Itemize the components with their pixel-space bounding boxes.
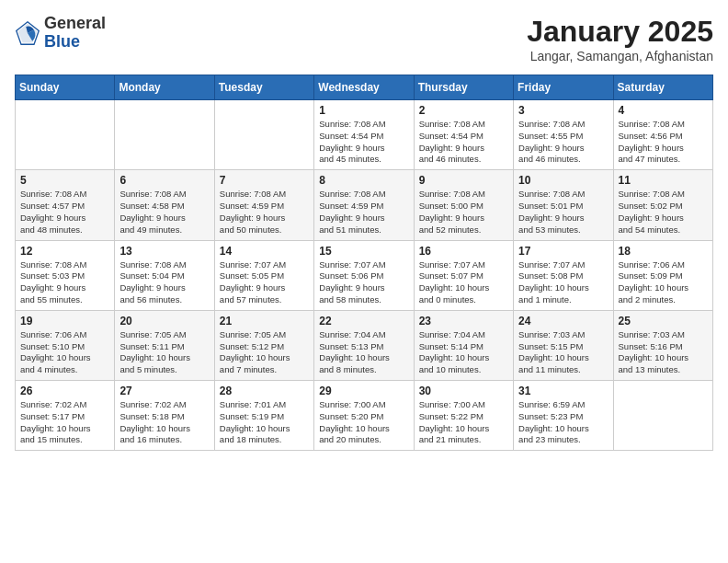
- day-info: Sunrise: 7:07 AM Sunset: 5:08 PM Dayligh…: [518, 259, 608, 306]
- calendar-cell: 20Sunrise: 7:05 AM Sunset: 5:11 PM Dayli…: [115, 310, 214, 380]
- calendar-week-row: 5Sunrise: 7:08 AM Sunset: 4:57 PM Daylig…: [16, 170, 713, 240]
- day-info: Sunrise: 7:08 AM Sunset: 4:54 PM Dayligh…: [419, 119, 508, 166]
- calendar-cell: 2Sunrise: 7:08 AM Sunset: 4:54 PM Daylig…: [414, 100, 513, 170]
- day-number: 29: [319, 385, 408, 397]
- calendar-cell: 21Sunrise: 7:05 AM Sunset: 5:12 PM Dayli…: [214, 310, 313, 380]
- day-info: Sunrise: 7:08 AM Sunset: 4:59 PM Dayligh…: [319, 189, 408, 236]
- logo-general-text: General: [44, 14, 106, 32]
- day-number: 4: [619, 104, 708, 117]
- day-number: 16: [419, 245, 508, 258]
- day-number: 2: [419, 104, 508, 117]
- calendar-cell: 14Sunrise: 7:07 AM Sunset: 5:05 PM Dayli…: [214, 240, 313, 310]
- calendar-cell: [16, 100, 115, 170]
- day-info: Sunrise: 7:07 AM Sunset: 5:07 PM Dayligh…: [419, 259, 508, 306]
- calendar-cell: 9Sunrise: 7:08 AM Sunset: 5:00 PM Daylig…: [414, 170, 513, 240]
- calendar-cell: 6Sunrise: 7:08 AM Sunset: 4:58 PM Daylig…: [115, 170, 214, 240]
- day-number: 21: [220, 315, 309, 327]
- calendar-week-row: 26Sunrise: 7:02 AM Sunset: 5:17 PM Dayli…: [16, 381, 713, 451]
- day-info: Sunrise: 7:00 AM Sunset: 5:22 PM Dayligh…: [419, 399, 508, 446]
- calendar-cell: 7Sunrise: 7:08 AM Sunset: 4:59 PM Daylig…: [214, 170, 313, 240]
- day-number: 26: [20, 385, 109, 397]
- calendar-cell: [613, 381, 712, 451]
- calendar-cell: 23Sunrise: 7:04 AM Sunset: 5:14 PM Dayli…: [414, 310, 513, 380]
- day-number: 11: [619, 174, 708, 187]
- day-info: Sunrise: 7:02 AM Sunset: 5:18 PM Dayligh…: [119, 399, 209, 446]
- day-info: Sunrise: 7:08 AM Sunset: 4:57 PM Dayligh…: [20, 189, 109, 236]
- day-number: 28: [220, 385, 309, 397]
- day-number: 6: [119, 174, 209, 187]
- calendar-cell: 29Sunrise: 7:00 AM Sunset: 5:20 PM Dayli…: [314, 381, 414, 451]
- calendar-cell: 26Sunrise: 7:02 AM Sunset: 5:17 PM Dayli…: [16, 381, 115, 451]
- day-info: Sunrise: 7:08 AM Sunset: 5:01 PM Dayligh…: [518, 189, 608, 236]
- day-info: Sunrise: 6:59 AM Sunset: 5:23 PM Dayligh…: [518, 399, 608, 446]
- calendar-week-row: 1Sunrise: 7:08 AM Sunset: 4:54 PM Daylig…: [16, 100, 713, 170]
- day-info: Sunrise: 7:08 AM Sunset: 4:59 PM Dayligh…: [220, 189, 309, 236]
- calendar-cell: 24Sunrise: 7:03 AM Sunset: 5:15 PM Dayli…: [514, 310, 613, 380]
- day-info: Sunrise: 7:06 AM Sunset: 5:10 PM Dayligh…: [20, 329, 109, 376]
- day-number: 3: [518, 104, 608, 117]
- day-number: 14: [220, 245, 309, 258]
- day-info: Sunrise: 7:08 AM Sunset: 5:02 PM Dayligh…: [619, 189, 708, 236]
- calendar-cell: 5Sunrise: 7:08 AM Sunset: 4:57 PM Daylig…: [16, 170, 115, 240]
- day-number: 10: [518, 174, 608, 187]
- day-info: Sunrise: 7:08 AM Sunset: 5:00 PM Dayligh…: [419, 189, 508, 236]
- day-number: 30: [419, 385, 508, 397]
- calendar-week-row: 12Sunrise: 7:08 AM Sunset: 5:03 PM Dayli…: [16, 240, 713, 310]
- day-info: Sunrise: 7:08 AM Sunset: 4:55 PM Dayligh…: [518, 119, 608, 166]
- logo-icon: [15, 20, 40, 46]
- calendar-cell: [214, 100, 313, 170]
- calendar-header-row: SundayMondayTuesdayWednesdayThursdayFrid…: [16, 75, 713, 100]
- day-info: Sunrise: 7:08 AM Sunset: 4:56 PM Dayligh…: [619, 119, 708, 166]
- calendar-cell: 31Sunrise: 6:59 AM Sunset: 5:23 PM Dayli…: [514, 381, 613, 451]
- day-info: Sunrise: 7:02 AM Sunset: 5:17 PM Dayligh…: [20, 399, 109, 446]
- day-number: 15: [319, 245, 408, 258]
- logo-text: General Blue: [44, 15, 106, 52]
- calendar-cell: 28Sunrise: 7:01 AM Sunset: 5:19 PM Dayli…: [214, 381, 313, 451]
- calendar-cell: 10Sunrise: 7:08 AM Sunset: 5:01 PM Dayli…: [514, 170, 613, 240]
- day-info: Sunrise: 7:04 AM Sunset: 5:13 PM Dayligh…: [319, 329, 408, 376]
- day-number: 25: [619, 315, 708, 327]
- calendar-header: General Blue January 2025 Langar, Samang…: [15, 15, 713, 63]
- day-info: Sunrise: 7:07 AM Sunset: 5:06 PM Dayligh…: [319, 259, 408, 306]
- day-of-week-header: Sunday: [16, 75, 115, 100]
- calendar-cell: 19Sunrise: 7:06 AM Sunset: 5:10 PM Dayli…: [16, 310, 115, 380]
- day-number: 23: [419, 315, 508, 327]
- day-number: 5: [20, 174, 109, 187]
- calendar-week-row: 19Sunrise: 7:06 AM Sunset: 5:10 PM Dayli…: [16, 310, 713, 380]
- day-number: 27: [119, 385, 209, 397]
- day-info: Sunrise: 7:07 AM Sunset: 5:05 PM Dayligh…: [220, 259, 309, 306]
- day-number: 24: [518, 315, 608, 327]
- day-of-week-header: Thursday: [414, 75, 513, 100]
- day-of-week-header: Saturday: [613, 75, 712, 100]
- day-info: Sunrise: 7:08 AM Sunset: 5:03 PM Dayligh…: [20, 259, 109, 306]
- calendar-cell: 8Sunrise: 7:08 AM Sunset: 4:59 PM Daylig…: [314, 170, 414, 240]
- day-number: 22: [319, 315, 408, 327]
- calendar-cell: 15Sunrise: 7:07 AM Sunset: 5:06 PM Dayli…: [314, 240, 414, 310]
- logo: General Blue: [15, 15, 106, 52]
- day-number: 19: [20, 315, 109, 327]
- calendar-cell: 17Sunrise: 7:07 AM Sunset: 5:08 PM Dayli…: [514, 240, 613, 310]
- day-number: 9: [419, 174, 508, 187]
- day-info: Sunrise: 7:08 AM Sunset: 4:54 PM Dayligh…: [319, 119, 408, 166]
- day-number: 18: [619, 245, 708, 258]
- day-info: Sunrise: 7:03 AM Sunset: 5:15 PM Dayligh…: [518, 329, 608, 376]
- calendar-table: SundayMondayTuesdayWednesdayThursdayFrid…: [15, 75, 713, 451]
- calendar-cell: 11Sunrise: 7:08 AM Sunset: 5:02 PM Dayli…: [613, 170, 712, 240]
- calendar-cell: 25Sunrise: 7:03 AM Sunset: 5:16 PM Dayli…: [613, 310, 712, 380]
- day-number: 20: [119, 315, 209, 327]
- day-info: Sunrise: 7:06 AM Sunset: 5:09 PM Dayligh…: [619, 259, 708, 306]
- day-number: 12: [20, 245, 109, 258]
- calendar-cell: 18Sunrise: 7:06 AM Sunset: 5:09 PM Dayli…: [613, 240, 712, 310]
- day-info: Sunrise: 7:00 AM Sunset: 5:20 PM Dayligh…: [319, 399, 408, 446]
- calendar-cell: 1Sunrise: 7:08 AM Sunset: 4:54 PM Daylig…: [314, 100, 414, 170]
- calendar-cell: 3Sunrise: 7:08 AM Sunset: 4:55 PM Daylig…: [514, 100, 613, 170]
- day-number: 31: [518, 385, 608, 397]
- day-info: Sunrise: 7:01 AM Sunset: 5:19 PM Dayligh…: [220, 399, 309, 446]
- day-info: Sunrise: 7:04 AM Sunset: 5:14 PM Dayligh…: [419, 329, 508, 376]
- day-info: Sunrise: 7:05 AM Sunset: 5:12 PM Dayligh…: [220, 329, 309, 376]
- calendar-cell: 13Sunrise: 7:08 AM Sunset: 5:04 PM Dayli…: [115, 240, 214, 310]
- day-info: Sunrise: 7:05 AM Sunset: 5:11 PM Dayligh…: [119, 329, 209, 376]
- day-number: 13: [119, 245, 209, 258]
- day-of-week-header: Monday: [115, 75, 214, 100]
- day-info: Sunrise: 7:03 AM Sunset: 5:16 PM Dayligh…: [619, 329, 708, 376]
